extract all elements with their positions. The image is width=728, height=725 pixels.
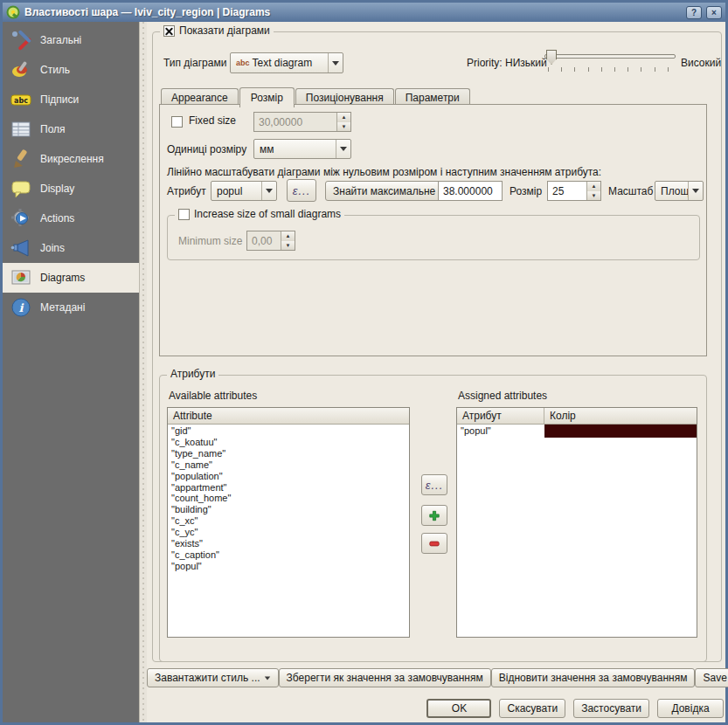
- show-diagrams-checkbox[interactable]: [163, 25, 175, 37]
- close-button[interactable]: ×: [706, 6, 722, 19]
- minimum-size-spinbox: 0,00 ▲▼: [246, 231, 295, 251]
- sidebar-item-diagrams[interactable]: Diagrams: [3, 263, 139, 293]
- show-diagrams-label: Показати діаграми: [179, 24, 270, 37]
- list-item[interactable]: "popul": [171, 561, 409, 572]
- minimum-size-label: Minimum size: [178, 235, 242, 247]
- overlay-icon: [10, 148, 32, 170]
- sidebar-item-general[interactable]: Загальні: [3, 25, 139, 55]
- titlebar: Властивості шара — lviv_city_region | Di…: [3, 3, 725, 22]
- load-style-button[interactable]: Завантажити стиль ...: [147, 668, 279, 687]
- chevron-down-icon: [328, 53, 343, 72]
- minus-icon: [429, 540, 440, 548]
- priority-slider[interactable]: [544, 50, 676, 72]
- display-icon: [10, 177, 32, 200]
- increase-size-checkbox[interactable]: [178, 209, 190, 220]
- cancel-button[interactable]: Скасувати: [499, 699, 565, 718]
- fixed-size-label: Fixed size: [189, 114, 236, 127]
- assigned-attributes-label: Assigned attributes: [458, 390, 547, 402]
- save-style-button[interactable]: Save Style: [695, 668, 728, 687]
- sidebar-item-label: Actions: [40, 212, 74, 224]
- slider-ticks: [548, 67, 672, 72]
- sidebar-item-labels[interactable]: abc Підписи: [3, 85, 139, 114]
- assigned-attributes-table[interactable]: Атрибут Колір "popul": [456, 407, 697, 638]
- list-item[interactable]: "gid": [171, 425, 409, 437]
- qgis-logo-icon: [6, 5, 20, 19]
- priority-label: Priority: НИзький: [467, 57, 547, 69]
- spin-arrows[interactable]: ▲▼: [586, 182, 600, 200]
- sidebar-item-label: Загальні: [40, 34, 81, 46]
- sidebar-item-joins[interactable]: Joins: [3, 233, 139, 263]
- sidebar-item-actions[interactable]: Actions: [3, 204, 139, 233]
- sidebar-splitter[interactable]: [139, 22, 147, 722]
- assigned-header-color: Колір: [544, 408, 697, 424]
- save-as-default-button[interactable]: Зберегти як значення за замовчуванням: [279, 668, 491, 687]
- sidebar-item-overlay[interactable]: Викреслення: [3, 144, 139, 174]
- assigned-attribute-value: "popul": [457, 425, 544, 438]
- sidebar-item-label: Підписи: [40, 93, 79, 106]
- sidebar-item-style[interactable]: Стиль: [3, 55, 139, 85]
- size-units-combobox[interactable]: мм: [253, 139, 351, 159]
- list-item[interactable]: "count_home": [171, 493, 409, 504]
- restore-default-button[interactable]: Відновити значення за замовчуванням: [491, 668, 696, 687]
- size-spinbox[interactable]: 25 ▲▼: [547, 181, 601, 201]
- attribute-combobox[interactable]: popul: [211, 181, 277, 201]
- apply-button[interactable]: Застосувати: [573, 699, 649, 718]
- assigned-color-swatch[interactable]: [544, 425, 697, 438]
- add-attribute-button[interactable]: [421, 505, 447, 526]
- list-item[interactable]: "building": [171, 504, 409, 515]
- slider-handle[interactable]: [546, 50, 557, 65]
- remove-attribute-button[interactable]: [421, 533, 447, 554]
- expression-button[interactable]: ε...: [287, 179, 316, 202]
- list-item[interactable]: "c_koatuu": [171, 437, 409, 448]
- list-item[interactable]: "population": [171, 471, 409, 482]
- help-titlebar-button[interactable]: ?: [686, 6, 702, 19]
- sidebar-item-label: Викреслення: [40, 153, 104, 165]
- assigned-header-attribute: Атрибут: [457, 408, 544, 424]
- diagram-type-combobox[interactable]: abc Text diagram: [230, 52, 343, 73]
- table-row[interactable]: "popul": [457, 425, 697, 438]
- sidebar-item-fields[interactable]: Поля: [3, 114, 139, 144]
- fixed-size-spinbox: 30,00000 ▲▼: [253, 112, 351, 132]
- fields-icon: [10, 118, 32, 141]
- size-units-label: Одиниці розміру: [167, 143, 246, 155]
- expression-add-button[interactable]: ε...: [421, 474, 447, 495]
- find-maximum-button[interactable]: Знайти максимальне: [325, 181, 443, 201]
- sidebar-item-label: Display: [40, 183, 74, 195]
- scale-combobox[interactable]: Площа: [655, 181, 704, 201]
- available-attributes-list[interactable]: Attribute "gid" "c_koatuu" "type_name" "…: [167, 407, 410, 638]
- diagrams-icon: [10, 266, 32, 289]
- sidebar-item-label: Метадані: [40, 301, 85, 314]
- size-label: Розмір: [510, 185, 542, 197]
- list-item[interactable]: "type_name": [171, 448, 409, 459]
- maximum-value-field[interactable]: 38.000000: [438, 181, 503, 201]
- fixed-size-value: 30,00000: [254, 113, 336, 131]
- diagram-type-value: Text diagram: [253, 57, 313, 69]
- attributes-group: Атрибути Available attributes Attribute …: [159, 375, 707, 662]
- list-item[interactable]: "c_caption": [171, 549, 409, 561]
- help-button[interactable]: Довідка: [657, 699, 724, 718]
- joins-icon: [10, 237, 32, 259]
- actions-icon: [10, 207, 32, 230]
- sidebar-item-display[interactable]: Display: [3, 174, 139, 204]
- chevron-down-icon: [336, 140, 350, 158]
- tools-icon: [10, 29, 32, 52]
- list-item[interactable]: "c_name": [171, 459, 409, 471]
- list-item[interactable]: "c_xc": [171, 515, 409, 527]
- spin-arrows: ▲▼: [281, 231, 295, 250]
- svg-text:abc: abc: [14, 97, 28, 105]
- sidebar-item-metadata[interactable]: i Метадані: [3, 293, 139, 322]
- labels-icon: abc: [10, 88, 32, 111]
- tab-size[interactable]: Розмір: [239, 87, 295, 107]
- list-item[interactable]: "exists": [171, 538, 409, 549]
- plus-icon: [429, 509, 440, 522]
- main-content: Показати діаграми Тип діаграми abc Text …: [147, 22, 725, 722]
- chevron-down-icon: [688, 182, 703, 200]
- slider-track[interactable]: [544, 54, 676, 59]
- available-list-header[interactable]: Attribute: [168, 408, 409, 425]
- fixed-size-checkbox[interactable]: [171, 116, 183, 128]
- list-item[interactable]: "appartment": [171, 482, 409, 494]
- list-item[interactable]: "c_yc": [171, 527, 409, 538]
- ok-button[interactable]: OK: [426, 699, 491, 718]
- sidebar-item-label: Joins: [40, 242, 65, 254]
- assigned-table-header[interactable]: Атрибут Колір: [457, 408, 697, 425]
